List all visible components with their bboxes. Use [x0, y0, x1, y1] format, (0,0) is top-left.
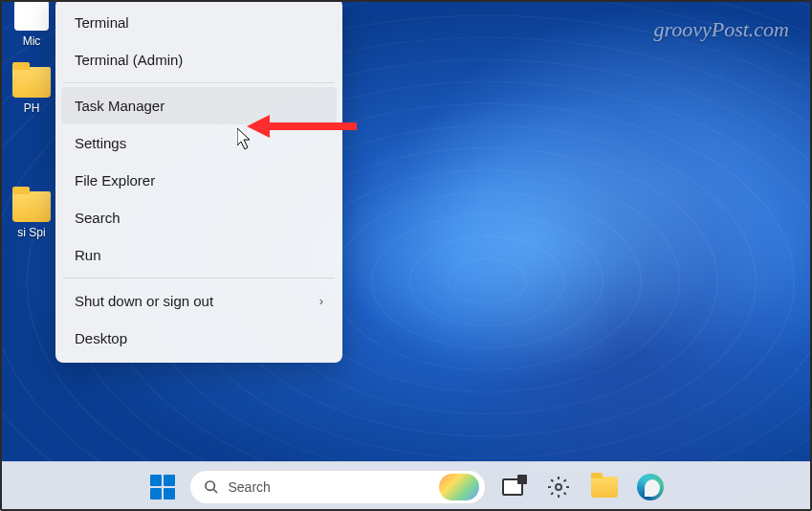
menu-item-settings[interactable]: Settings [61, 124, 337, 162]
menu-item-label: Terminal [75, 14, 129, 31]
task-view-button[interactable] [494, 468, 532, 506]
menu-item-label: Terminal (Admin) [75, 52, 183, 68]
menu-item-label: Task Manager [75, 98, 165, 114]
taskbar-edge-button[interactable] [631, 468, 669, 506]
folder-icon [12, 191, 51, 222]
svg-point-2 [206, 481, 214, 490]
document-icon [14, 0, 49, 31]
menu-item-label: Search [75, 210, 121, 226]
search-highlight-art [439, 474, 479, 500]
menu-item-terminal-admin[interactable]: Terminal (Admin) [61, 41, 337, 78]
folder-icon [12, 67, 51, 98]
menu-item-file-explorer[interactable]: File Explorer [61, 162, 337, 199]
start-button[interactable] [143, 468, 182, 506]
menu-item-task-manager[interactable]: Task Manager [61, 87, 337, 124]
watermark-text: groovyPost.com [653, 17, 789, 42]
desktop-icon[interactable]: si Spi [10, 191, 54, 239]
menu-item-label: Settings [75, 135, 126, 151]
task-view-icon [502, 478, 523, 496]
desktop-icon-label: Mic [23, 34, 41, 48]
menu-item-label: File Explorer [75, 172, 155, 189]
svg-line-3 [213, 489, 217, 493]
search-icon [204, 479, 219, 495]
desktop-icon[interactable]: PH [10, 67, 54, 115]
edge-icon [637, 474, 664, 500]
desktop-icon[interactable]: Mic [10, 0, 54, 48]
menu-item-search[interactable]: Search [61, 199, 337, 236]
menu-separator [63, 278, 335, 278]
menu-item-terminal[interactable]: Terminal [61, 4, 337, 41]
windows-logo-icon [150, 475, 175, 500]
menu-item-label: Shut down or sign out [75, 293, 213, 309]
desktop-icons-column: Mic PH si Spi [10, 0, 54, 239]
taskbar-settings-button[interactable] [539, 468, 578, 506]
taskbar-file-explorer-button[interactable] [585, 468, 624, 506]
menu-item-shutdown[interactable]: Shut down or sign out › [61, 282, 337, 320]
menu-item-label: Desktop [75, 330, 127, 346]
winx-context-menu: Terminal Terminal (Admin) Task Manager S… [55, 0, 342, 363]
svg-point-4 [556, 484, 561, 490]
gear-icon [547, 476, 570, 499]
chevron-right-icon: › [319, 294, 323, 308]
menu-separator [63, 82, 335, 83]
desktop-icon-label: PH [24, 101, 40, 115]
taskbar: Search [0, 461, 812, 511]
desktop-icon-label: si Spi [17, 226, 45, 239]
menu-item-run[interactable]: Run [61, 236, 337, 274]
desktop[interactable]: groovyPost.com Mic PH si Spi Terminal Te… [0, 0, 812, 511]
search-placeholder: Search [229, 479, 472, 495]
menu-item-label: Run [75, 247, 101, 263]
menu-item-desktop[interactable]: Desktop [61, 320, 337, 357]
folder-icon [591, 477, 618, 498]
taskbar-search-box[interactable]: Search [189, 470, 486, 504]
